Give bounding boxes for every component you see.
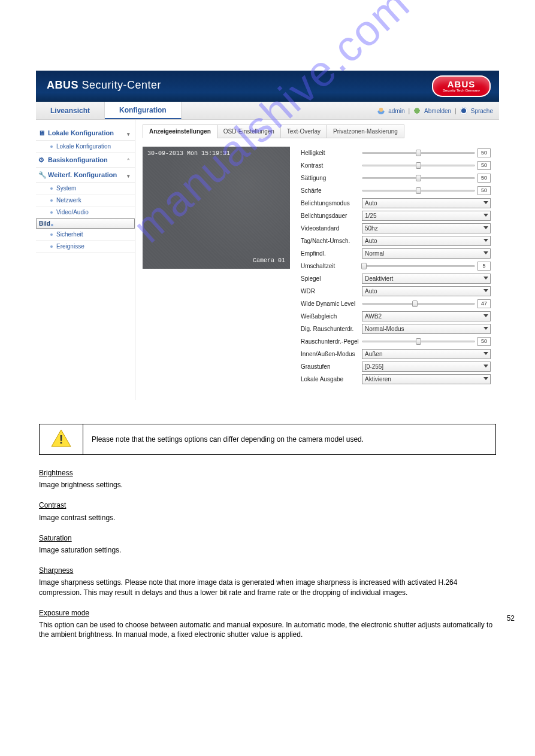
- slider[interactable]: [362, 262, 475, 270]
- chevron-down-icon: [483, 277, 488, 280]
- definition-desc: Image brightness settings.: [39, 480, 496, 490]
- setting-row: SpiegelDeaktiviert: [301, 272, 491, 284]
- slider[interactable]: [362, 174, 475, 182]
- setting-row: Rauschunterdr.-Pegel50: [301, 335, 491, 347]
- tab-liveview[interactable]: Liveansicht: [36, 102, 105, 119]
- app-screenshot: ABUS Security-Center ABUS Security Tech …: [36, 71, 499, 400]
- setting-label: Belichtungsmodus: [301, 200, 362, 207]
- definition-term: Saturation: [39, 533, 496, 543]
- select[interactable]: Auto: [362, 236, 491, 246]
- sidebar-item-network[interactable]: Netzwerk: [36, 195, 135, 207]
- tab-configuration[interactable]: Konfiguration: [105, 102, 182, 119]
- account-user[interactable]: admin: [388, 108, 404, 114]
- select[interactable]: Außen: [362, 349, 491, 359]
- definition-desc: Image sharpness settings. Please note th…: [39, 578, 496, 597]
- select[interactable]: Auto: [362, 286, 491, 296]
- slider[interactable]: [362, 161, 475, 169]
- sidebar-item-system[interactable]: System: [36, 183, 135, 195]
- select[interactable]: Deaktiviert: [362, 274, 491, 284]
- select[interactable]: Aktivieren: [362, 374, 491, 384]
- slider-thumb[interactable]: [416, 162, 421, 169]
- slider-value: 50: [477, 174, 491, 183]
- definition-term: Sharpness: [39, 566, 496, 575]
- subtab-overlay[interactable]: Text-Overlay: [280, 125, 327, 138]
- user-icon: [377, 107, 385, 114]
- language-link[interactable]: Sprache: [471, 108, 493, 114]
- definition-desc: This option can be used to choose betwee…: [39, 620, 496, 639]
- logout-icon: [413, 107, 421, 114]
- page-number: 52: [507, 614, 515, 623]
- monitor-icon: 🖥: [38, 129, 46, 136]
- slider[interactable]: [362, 148, 475, 157]
- chevron-down-icon: [483, 239, 488, 242]
- slider-value: 5: [477, 262, 491, 271]
- select[interactable]: 50hz: [362, 223, 491, 233]
- definition-desc: Image saturation settings.: [39, 545, 496, 555]
- setting-label: WDR: [301, 288, 362, 294]
- brand-logo: ABUS Security Tech Germany: [432, 75, 491, 97]
- sidebar-cat-local[interactable]: 🖥 Lokale Konfiguration▾: [36, 126, 135, 141]
- setting-row: Dig. Rauschunterdr.Normal-Modus: [301, 323, 491, 335]
- slider-value: 47: [477, 299, 491, 308]
- slider[interactable]: [362, 299, 475, 308]
- slider-thumb[interactable]: [416, 187, 421, 194]
- sidebar-item-security[interactable]: Sicherheit: [36, 229, 135, 241]
- preview-timestamp: 30-09-2013 Mon 15:19:31: [147, 150, 230, 157]
- sidebar-cat-basic[interactable]: ⚙ Basiskonfiguration˄: [36, 153, 135, 168]
- slider-thumb[interactable]: [416, 175, 421, 181]
- slider-thumb[interactable]: [416, 150, 421, 156]
- chevron-down-icon: [483, 289, 488, 292]
- sidebar-item-image[interactable]: Bild: [36, 218, 135, 229]
- setting-row: Umschaltzeit5: [301, 260, 491, 272]
- sidebar-cat-advanced[interactable]: 🔧 Weiterf. Konfiguration▾: [36, 168, 135, 183]
- chevron-down-icon: ▾: [127, 173, 130, 179]
- definition-desc: Image contrast settings.: [39, 513, 496, 523]
- slider[interactable]: [362, 186, 475, 195]
- slider-thumb[interactable]: [412, 300, 418, 307]
- subtab-display[interactable]: Anzeigeeinstellungen: [143, 125, 217, 138]
- account-bar: admin | Abmelden | Sprache: [377, 102, 493, 120]
- setting-row: Empfindl.Normal: [301, 247, 491, 259]
- setting-row: WDRAuto: [301, 285, 491, 297]
- setting-row: WeißabgleichAWB2: [301, 310, 491, 322]
- svg-text:!: !: [59, 433, 64, 446]
- subtab-osd[interactable]: OSD-Einstellungen: [217, 125, 281, 138]
- setting-row: Wide Dynamic Level47: [301, 297, 491, 309]
- setting-row: Graustufen[0-255]: [301, 360, 491, 372]
- language-icon: [460, 107, 467, 114]
- warning-icon: !: [51, 429, 71, 447]
- wrench-icon: 🔧: [38, 171, 46, 178]
- slider-thumb[interactable]: [416, 338, 421, 345]
- preview-camera: Camera 01: [253, 257, 285, 264]
- setting-label: Spiegel: [301, 275, 362, 282]
- image-subtabs: Anzeigeeinstellungen OSD-Einstellungen T…: [143, 125, 499, 138]
- logout-link[interactable]: Abmelden: [424, 108, 451, 114]
- select[interactable]: AWB2: [362, 311, 491, 321]
- chevron-down-icon: [483, 201, 488, 204]
- sidebar-item-events[interactable]: Ereignisse: [36, 241, 135, 253]
- setting-row: Innen/Außen-ModusAußen: [301, 348, 491, 360]
- sidebar-item-local-config[interactable]: Lokale Konfiguration: [36, 141, 135, 153]
- chevron-up-icon: ˄: [127, 158, 130, 164]
- slider-value: 50: [477, 337, 491, 346]
- select[interactable]: [0-255]: [362, 362, 491, 372]
- setting-label: Schärfe: [301, 187, 362, 194]
- setting-row: Belichtungsdauer1/25: [301, 210, 491, 221]
- setting-label: Lokale Ausgabe: [301, 376, 362, 382]
- setting-label: Umschaltzeit: [301, 263, 362, 269]
- slider-thumb[interactable]: [361, 263, 367, 269]
- definitions: BrightnessImage brightness settings.Cont…: [39, 468, 496, 639]
- setting-row: Helligkeit50: [301, 147, 491, 159]
- sidebar: 🖥 Lokale Konfiguration▾ Lokale Konfigura…: [36, 120, 135, 400]
- select[interactable]: Normal-Modus: [362, 324, 491, 334]
- sidebar-item-videoaudio[interactable]: Video/Audio: [36, 207, 135, 218]
- select[interactable]: Normal: [362, 248, 491, 259]
- chevron-down-icon: [483, 327, 488, 330]
- select[interactable]: 1/25: [362, 211, 491, 221]
- select[interactable]: Auto: [362, 198, 491, 208]
- slider[interactable]: [362, 337, 475, 345]
- chevron-down-icon: [483, 214, 488, 217]
- note-box: ! Please note that the settings options …: [39, 424, 496, 455]
- subtab-privmask[interactable]: Privatzonen-Maskierung: [327, 125, 404, 138]
- definition-term: Contrast: [39, 500, 496, 510]
